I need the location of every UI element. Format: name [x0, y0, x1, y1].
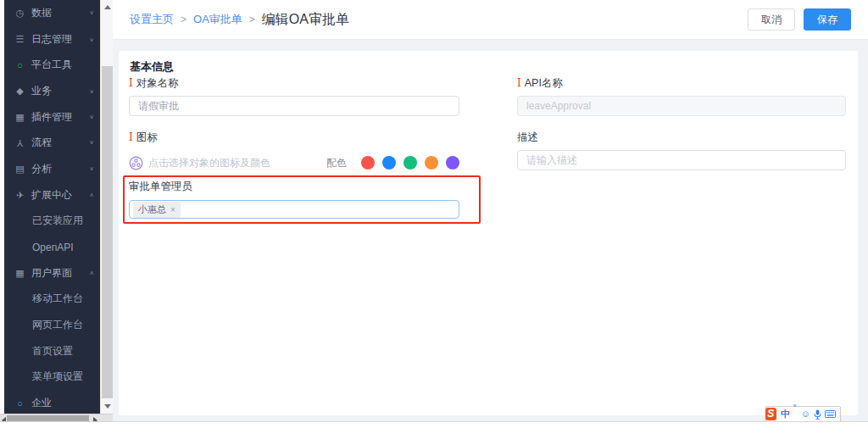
- admin-tag-text: 小惠总: [138, 203, 166, 216]
- ime-keyboard-icon[interactable]: [825, 410, 836, 418]
- chevron-up-icon: ∧: [89, 270, 94, 276]
- extension-icon: ✈: [14, 190, 26, 201]
- chevron-down-icon: ∨: [89, 140, 94, 146]
- plugin-grid-icon: ▦: [14, 112, 26, 123]
- field-api-name: IAPI名称: [517, 75, 846, 116]
- flow-branch-icon: Y: [14, 138, 26, 148]
- app-window: ◷数据∨☰日志管理∨○平台工具◆业务∨▦插件管理∨Y流程∨▤分析∨✈扩展中心∧已…: [0, 0, 868, 428]
- cancel-button[interactable]: 取消: [748, 8, 795, 31]
- ime-emoji-icon[interactable]: ☺: [801, 407, 810, 421]
- palette-color-dot[interactable]: [382, 156, 396, 170]
- page-title: 编辑OA审批单: [262, 11, 349, 29]
- ui-grid-icon: ▦: [14, 268, 26, 279]
- icon-picker-button[interactable]: 点击选择对象的图标及颜色: [129, 156, 270, 170]
- sidebar-item-label: 数据: [31, 6, 52, 20]
- sidebar-item[interactable]: ◆业务∨: [4, 78, 100, 104]
- icon-label: 图标: [136, 131, 158, 143]
- palette-color-dot[interactable]: [446, 156, 459, 170]
- ime-toolbar: S 中 °‚ ☺: [765, 406, 841, 422]
- icon-picker-icon: [129, 156, 143, 170]
- icon-picker-text: 点击选择对象的图标及颜色: [148, 156, 270, 170]
- topbar: 设置主页 > OA审批单 > 编辑OA审批单 取消 保存: [113, 0, 868, 40]
- palette-color-dot[interactable]: [403, 156, 417, 170]
- sidebar-item[interactable]: ◷数据∨: [4, 0, 100, 26]
- sidebar-vertical-scrollbar[interactable]: [100, 0, 113, 414]
- sidebar-item-label: 扩展中心: [31, 188, 72, 203]
- sogou-logo-icon[interactable]: S: [765, 408, 776, 420]
- sidebar-item[interactable]: OpenAPI: [4, 234, 100, 260]
- sidebar-item[interactable]: ▦用户界面∧: [4, 260, 100, 286]
- sidebar-item-label: 网页工作台: [32, 318, 83, 332]
- field-object-name: I对象名称: [129, 75, 459, 116]
- ring-icon: ○: [14, 60, 26, 70]
- breadcrumb-separator: >: [181, 14, 186, 25]
- approval-admin-input[interactable]: 小惠总 ×: [129, 200, 459, 219]
- sidebar-item[interactable]: ○平台工具: [4, 52, 100, 78]
- analysis-chart-icon: ▤: [14, 164, 26, 175]
- required-mark: I: [129, 131, 133, 143]
- sidebar-item-label: 业务: [31, 84, 52, 98]
- chevron-down-icon: ∨: [89, 10, 94, 16]
- field-approval-admin: 审批单管理员 小惠总 ×: [129, 178, 459, 219]
- api-name-label: API名称: [525, 77, 563, 89]
- api-name-input: [517, 96, 846, 116]
- breadcrumb-link-oa-form[interactable]: OA审批单: [193, 12, 242, 27]
- sidebar-item-label: 平台工具: [31, 58, 72, 72]
- chevron-down-icon: ∨: [89, 36, 94, 42]
- object-name-input[interactable]: [129, 96, 459, 116]
- sidebar-item[interactable]: 菜单项设置: [4, 364, 100, 391]
- sidebar-item-label: 已安装应用: [32, 214, 83, 228]
- chevron-down-icon: ∨: [89, 114, 94, 120]
- description-input[interactable]: [517, 150, 846, 170]
- sidebar-item-label: 用户界面: [31, 266, 72, 281]
- admin-tag: 小惠总 ×: [133, 202, 181, 218]
- chevron-down-icon: ∨: [89, 88, 94, 94]
- topbar-actions: 取消 保存: [748, 8, 851, 31]
- chevron-down-icon: ∨: [89, 166, 94, 172]
- sidebar-item-label: 菜单项设置: [32, 370, 83, 384]
- sidebar-item[interactable]: 网页工作台: [4, 312, 100, 338]
- ime-language-toggle[interactable]: 中: [781, 407, 790, 421]
- sidebar-item[interactable]: ▦插件管理∨: [4, 104, 100, 131]
- sidebar-item[interactable]: ○企业: [4, 390, 100, 414]
- save-button[interactable]: 保存: [804, 8, 851, 31]
- sidebar-item-label: 企业: [31, 396, 52, 410]
- palette-dots: [353, 156, 459, 170]
- log-list-icon: ☰: [14, 34, 26, 45]
- scroll-up-arrow-icon[interactable]: [104, 5, 111, 9]
- window-bottom-strip: [0, 421, 868, 428]
- color-palette: 配色: [326, 156, 459, 170]
- description-label: 描述: [517, 131, 538, 143]
- sidebar: ◷数据∨☰日志管理∨○平台工具◆业务∨▦插件管理∨Y流程∨▤分析∨✈扩展中心∧已…: [4, 0, 100, 414]
- field-description: 描述: [517, 129, 846, 170]
- sidebar-menu: ◷数据∨☰日志管理∨○平台工具◆业务∨▦插件管理∨Y流程∨▤分析∨✈扩展中心∧已…: [4, 0, 100, 414]
- required-mark: I: [129, 77, 133, 89]
- chevron-up-icon: ∧: [89, 192, 94, 198]
- field-icon: I图标 点击选择对象的图标及颜色 配色: [129, 129, 459, 172]
- vertical-scrollbar-thumb[interactable]: [102, 66, 113, 398]
- sidebar-item-label: 首页设置: [32, 344, 73, 359]
- breadcrumb-separator: >: [249, 14, 255, 25]
- sidebar-item[interactable]: 首页设置: [4, 338, 100, 364]
- sidebar-item-label: 移动工作台: [32, 292, 83, 306]
- sidebar-item[interactable]: ☰日志管理∨: [4, 26, 100, 53]
- breadcrumb-link-settings-home[interactable]: 设置主页: [130, 12, 174, 27]
- palette-color-dot[interactable]: [425, 156, 438, 170]
- palette-label: 配色: [326, 156, 347, 170]
- sidebar-item-label: 日志管理: [31, 32, 72, 47]
- sidebar-item[interactable]: Y流程∨: [4, 130, 100, 156]
- sidebar-item-label: 插件管理: [31, 110, 72, 125]
- palette-color-dot[interactable]: [361, 156, 375, 170]
- sidebar-item[interactable]: 已安装应用: [4, 208, 100, 235]
- required-mark: I: [517, 77, 521, 89]
- ime-mic-icon[interactable]: [814, 409, 821, 420]
- object-name-label: 对象名称: [136, 77, 179, 89]
- sidebar-item[interactable]: ▤分析∨: [4, 156, 100, 182]
- sidebar-item[interactable]: 移动工作台: [4, 286, 100, 313]
- business-icon: ◆: [14, 86, 26, 97]
- tag-close-icon[interactable]: ×: [170, 205, 175, 214]
- scroll-down-arrow-icon[interactable]: [104, 404, 111, 409]
- sidebar-item[interactable]: ✈扩展中心∧: [4, 182, 100, 208]
- sidebar-item-label: 流程: [31, 136, 52, 150]
- clock-icon: ◷: [14, 8, 26, 19]
